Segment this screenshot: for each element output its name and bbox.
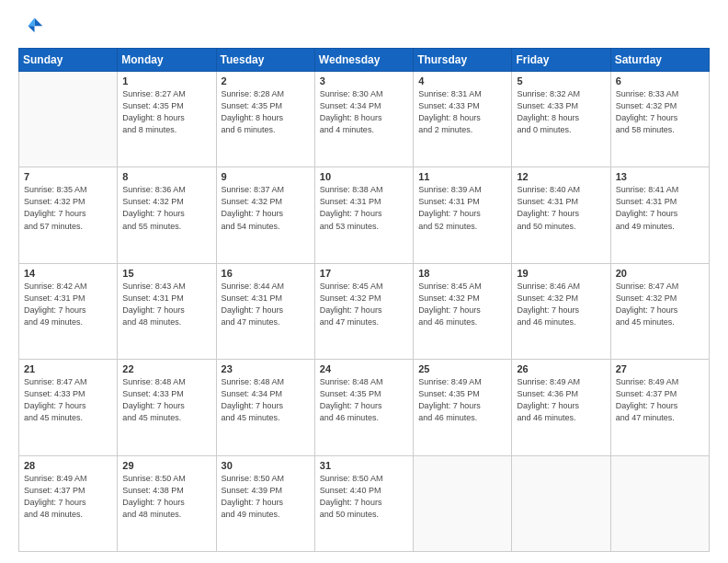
day-number: 14 (24, 268, 112, 279)
calendar-cell: 28Sunrise: 8:49 AMSunset: 4:37 PMDayligh… (19, 455, 118, 551)
day-number: 1 (122, 75, 210, 86)
day-info: Sunrise: 8:41 AMSunset: 4:31 PMDaylight:… (616, 184, 704, 232)
day-info: Sunrise: 8:30 AMSunset: 4:34 PMDaylight:… (320, 88, 408, 136)
week-row-2: 14Sunrise: 8:42 AMSunset: 4:31 PMDayligh… (19, 263, 710, 359)
calendar-cell: 7Sunrise: 8:35 AMSunset: 4:32 PMDaylight… (19, 167, 118, 263)
col-tuesday: Tuesday (216, 49, 314, 72)
day-number: 12 (517, 171, 605, 182)
day-number: 20 (616, 268, 704, 279)
week-row-4: 28Sunrise: 8:49 AMSunset: 4:37 PMDayligh… (19, 455, 710, 551)
day-number: 17 (320, 268, 408, 279)
calendar-cell: 2Sunrise: 8:28 AMSunset: 4:35 PMDaylight… (216, 72, 314, 167)
day-number: 16 (222, 268, 310, 279)
calendar-cell: 24Sunrise: 8:48 AMSunset: 4:35 PMDayligh… (314, 360, 413, 455)
calendar-cell: 3Sunrise: 8:30 AMSunset: 4:34 PMDaylight… (314, 72, 413, 167)
day-info: Sunrise: 8:48 AMSunset: 4:35 PMDaylight:… (320, 376, 408, 424)
logo (18, 15, 48, 40)
svg-marker-0 (35, 18, 43, 27)
day-number: 29 (122, 460, 210, 471)
day-info: Sunrise: 8:28 AMSunset: 4:35 PMDaylight:… (222, 88, 310, 136)
calendar-cell (610, 455, 709, 551)
calendar: Sunday Monday Tuesday Wednesday Thursday… (18, 48, 710, 552)
calendar-cell: 20Sunrise: 8:47 AMSunset: 4:32 PMDayligh… (610, 263, 709, 359)
calendar-cell (19, 72, 118, 167)
day-number: 21 (24, 363, 112, 374)
calendar-cell: 4Sunrise: 8:31 AMSunset: 4:33 PMDaylight… (414, 72, 512, 167)
day-number: 13 (616, 171, 704, 182)
day-info: Sunrise: 8:46 AMSunset: 4:32 PMDaylight:… (517, 281, 605, 328)
day-number: 19 (517, 268, 605, 279)
day-number: 8 (122, 171, 210, 182)
calendar-cell: 19Sunrise: 8:46 AMSunset: 4:32 PMDayligh… (512, 263, 610, 359)
day-number: 4 (418, 75, 506, 86)
day-number: 5 (517, 75, 605, 86)
col-thursday: Thursday (414, 49, 512, 72)
calendar-cell: 10Sunrise: 8:38 AMSunset: 4:31 PMDayligh… (314, 167, 413, 263)
week-row-1: 7Sunrise: 8:35 AMSunset: 4:32 PMDaylight… (19, 167, 710, 263)
day-info: Sunrise: 8:50 AMSunset: 4:38 PMDaylight:… (122, 473, 210, 521)
day-info: Sunrise: 8:40 AMSunset: 4:31 PMDaylight:… (517, 184, 605, 232)
day-info: Sunrise: 8:44 AMSunset: 4:31 PMDaylight:… (222, 281, 310, 328)
col-sunday: Sunday (19, 49, 118, 72)
day-info: Sunrise: 8:33 AMSunset: 4:32 PMDaylight:… (616, 88, 704, 136)
header-row: Sunday Monday Tuesday Wednesday Thursday… (19, 49, 710, 72)
calendar-cell: 9Sunrise: 8:37 AMSunset: 4:32 PMDaylight… (216, 167, 314, 263)
day-info: Sunrise: 8:42 AMSunset: 4:31 PMDaylight:… (24, 281, 112, 328)
day-info: Sunrise: 8:38 AMSunset: 4:31 PMDaylight:… (320, 184, 408, 232)
day-info: Sunrise: 8:45 AMSunset: 4:32 PMDaylight:… (320, 281, 408, 328)
day-number: 10 (320, 171, 408, 182)
day-number: 28 (24, 460, 112, 471)
calendar-cell: 30Sunrise: 8:50 AMSunset: 4:39 PMDayligh… (216, 455, 314, 551)
day-info: Sunrise: 8:50 AMSunset: 4:39 PMDaylight:… (222, 473, 310, 521)
svg-marker-1 (28, 18, 35, 27)
calendar-cell: 25Sunrise: 8:49 AMSunset: 4:35 PMDayligh… (414, 360, 512, 455)
day-number: 23 (222, 363, 310, 374)
day-number: 2 (222, 75, 310, 86)
svg-marker-2 (28, 26, 35, 32)
week-row-3: 21Sunrise: 8:47 AMSunset: 4:33 PMDayligh… (19, 360, 710, 455)
calendar-cell: 6Sunrise: 8:33 AMSunset: 4:32 PMDaylight… (610, 72, 709, 167)
day-number: 27 (616, 363, 704, 374)
calendar-cell: 27Sunrise: 8:49 AMSunset: 4:37 PMDayligh… (610, 360, 709, 455)
day-number: 24 (320, 363, 408, 374)
day-number: 31 (320, 460, 408, 471)
col-friday: Friday (512, 49, 610, 72)
day-info: Sunrise: 8:37 AMSunset: 4:32 PMDaylight:… (222, 184, 310, 232)
calendar-cell: 13Sunrise: 8:41 AMSunset: 4:31 PMDayligh… (610, 167, 709, 263)
calendar-cell: 18Sunrise: 8:45 AMSunset: 4:32 PMDayligh… (414, 263, 512, 359)
day-number: 9 (222, 171, 310, 182)
day-number: 30 (222, 460, 310, 471)
day-info: Sunrise: 8:36 AMSunset: 4:32 PMDaylight:… (122, 184, 210, 232)
day-info: Sunrise: 8:32 AMSunset: 4:33 PMDaylight:… (517, 88, 605, 136)
day-info: Sunrise: 8:31 AMSunset: 4:33 PMDaylight:… (418, 88, 506, 136)
day-number: 15 (122, 268, 210, 279)
calendar-cell: 26Sunrise: 8:49 AMSunset: 4:36 PMDayligh… (512, 360, 610, 455)
calendar-cell: 5Sunrise: 8:32 AMSunset: 4:33 PMDaylight… (512, 72, 610, 167)
week-row-0: 1Sunrise: 8:27 AMSunset: 4:35 PMDaylight… (19, 72, 710, 167)
logo-icon (18, 15, 44, 40)
day-info: Sunrise: 8:27 AMSunset: 4:35 PMDaylight:… (122, 88, 210, 136)
day-info: Sunrise: 8:47 AMSunset: 4:32 PMDaylight:… (616, 281, 704, 328)
calendar-cell: 31Sunrise: 8:50 AMSunset: 4:40 PMDayligh… (314, 455, 413, 551)
calendar-cell: 29Sunrise: 8:50 AMSunset: 4:38 PMDayligh… (118, 455, 216, 551)
calendar-cell: 21Sunrise: 8:47 AMSunset: 4:33 PMDayligh… (19, 360, 118, 455)
calendar-cell: 17Sunrise: 8:45 AMSunset: 4:32 PMDayligh… (314, 263, 413, 359)
day-number: 26 (517, 363, 605, 374)
day-info: Sunrise: 8:35 AMSunset: 4:32 PMDaylight:… (24, 184, 112, 232)
calendar-cell: 8Sunrise: 8:36 AMSunset: 4:32 PMDaylight… (118, 167, 216, 263)
day-number: 7 (24, 171, 112, 182)
day-number: 25 (418, 363, 506, 374)
calendar-cell: 22Sunrise: 8:48 AMSunset: 4:33 PMDayligh… (118, 360, 216, 455)
header (18, 15, 710, 40)
day-info: Sunrise: 8:50 AMSunset: 4:40 PMDaylight:… (320, 473, 408, 521)
col-wednesday: Wednesday (314, 49, 413, 72)
day-number: 22 (122, 363, 210, 374)
calendar-cell: 15Sunrise: 8:43 AMSunset: 4:31 PMDayligh… (118, 263, 216, 359)
calendar-cell: 14Sunrise: 8:42 AMSunset: 4:31 PMDayligh… (19, 263, 118, 359)
day-info: Sunrise: 8:49 AMSunset: 4:37 PMDaylight:… (24, 473, 112, 521)
calendar-cell: 12Sunrise: 8:40 AMSunset: 4:31 PMDayligh… (512, 167, 610, 263)
day-info: Sunrise: 8:45 AMSunset: 4:32 PMDaylight:… (418, 281, 506, 328)
day-info: Sunrise: 8:49 AMSunset: 4:36 PMDaylight:… (517, 376, 605, 424)
day-number: 18 (418, 268, 506, 279)
day-info: Sunrise: 8:49 AMSunset: 4:35 PMDaylight:… (418, 376, 506, 424)
